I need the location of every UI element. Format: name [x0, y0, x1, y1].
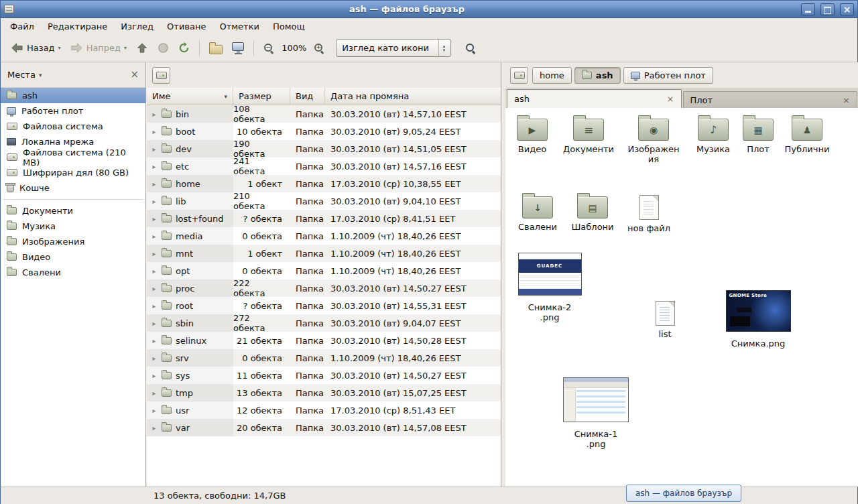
expander-icon[interactable] — [151, 111, 158, 118]
menu-item[interactable]: Помощ — [266, 20, 312, 33]
table-row[interactable]: sys 11 обекта Папка 30.03.2010 (вт) 14,5… — [147, 367, 501, 384]
zoom-out-button[interactable] — [259, 40, 279, 57]
table-row[interactable]: sbin 272 обекта Папка 30.03.2010 (вт) 9,… — [147, 314, 501, 332]
table-row[interactable]: boot 10 обекта Папка 30.03.2010 (вт) 9,0… — [147, 123, 501, 140]
reload-button[interactable] — [174, 39, 194, 57]
table-row[interactable]: var 20 обекта Папка 30.03.2010 (вт) 14,5… — [147, 419, 501, 436]
sidebar-place-item[interactable]: Файлова система (210 MB) — [1, 149, 145, 165]
file-item-snimka-2[interactable]: GUADEC Снимка-2.png — [516, 253, 583, 322]
sidebar-title[interactable]: Места — [7, 70, 36, 80]
column-header-type[interactable]: Вид — [290, 88, 325, 105]
pane-location-button[interactable] — [152, 67, 170, 84]
expander-icon[interactable] — [151, 389, 158, 397]
tab[interactable]: ash — [507, 89, 682, 108]
close-sidebar-button[interactable] — [130, 70, 139, 80]
table-row[interactable]: etc 241 обекта Папка 30.03.2010 (вт) 14,… — [147, 158, 501, 175]
close-button[interactable] — [840, 3, 854, 15]
menu-item[interactable]: Отиване — [160, 20, 212, 33]
table-row[interactable]: tmp 13 обекта Папка 30.03.2010 (вт) 15,0… — [147, 384, 501, 401]
table-row[interactable]: proc 222 обекта Папка 30.03.2010 (вт) 14… — [147, 279, 501, 297]
expander-icon[interactable] — [151, 267, 158, 275]
expander-icon[interactable] — [151, 424, 158, 432]
tab-close-icon[interactable] — [843, 95, 850, 105]
table-row[interactable]: srv 0 обекта Папка 1.10.2009 (чт) 18,40,… — [147, 349, 501, 367]
sidebar-place-item[interactable]: Работен плот — [1, 103, 145, 119]
table-row[interactable]: lib 210 обекта Папка 30.03.2010 (вт) 9,0… — [147, 192, 501, 210]
expander-icon[interactable] — [151, 180, 158, 188]
file-item-documents[interactable]: Документи — [563, 115, 614, 154]
sidebar-bookmark-item[interactable]: Документи — [1, 203, 145, 218]
maximize-button[interactable] — [820, 3, 835, 15]
table-row[interactable]: home 1 обект Папка 17.03.2010 (ср) 10,38… — [147, 175, 501, 192]
up-button[interactable] — [131, 39, 153, 57]
view-mode-select[interactable]: Изглед като икони ▴▾ — [336, 39, 451, 57]
expander-icon[interactable] — [151, 250, 158, 257]
expander-icon[interactable] — [151, 337, 158, 344]
file-item-list[interactable]: list — [644, 300, 686, 339]
tab[interactable]: Плот — [683, 91, 858, 108]
sidebar-bookmark-item[interactable]: Музика — [1, 218, 145, 234]
table-row[interactable]: selinux 21 обекта Папка 30.03.2010 (вт) … — [147, 332, 501, 349]
table-row[interactable]: mnt 1 обект Папка 1.10.2009 (чт) 18,40,2… — [147, 245, 501, 262]
minimize-button[interactable] — [801, 3, 815, 15]
table-row[interactable]: opt 0 обекта Папка 1.10.2009 (чт) 18,40,… — [147, 262, 501, 279]
taskbar-window-button[interactable]: ash — файлов браузър — [626, 485, 741, 502]
sidebar-place-item[interactable]: Шифриран дял (80 GB) — [1, 165, 145, 180]
file-item-music[interactable]: Музика — [692, 115, 735, 154]
table-row[interactable]: dev 190 обекта Папка 30.03.2010 (вт) 14,… — [147, 140, 501, 158]
expander-icon[interactable] — [151, 372, 158, 379]
home-button[interactable] — [204, 39, 227, 58]
expander-icon[interactable] — [151, 128, 158, 135]
table-row[interactable]: root ? обекта Папка 30.03.2010 (вт) 14,5… — [147, 297, 501, 314]
table-row[interactable]: usr 12 обекта Папка 17.03.2010 (ср) 8,51… — [147, 401, 501, 419]
table-row[interactable]: bin 108 обекта Папка 30.03.2010 (вт) 14,… — [147, 105, 501, 123]
file-item-video[interactable]: Видео — [511, 115, 554, 154]
tab-close-icon[interactable] — [667, 94, 674, 104]
file-item-new-file[interactable]: нов файл — [625, 194, 673, 233]
sidebar-place-item[interactable]: Кошче — [1, 180, 145, 196]
expander-icon[interactable] — [151, 145, 158, 153]
file-item-snimka[interactable]: GNOME Store Снимка.png — [721, 290, 795, 349]
sidebar-place-item[interactable]: ash — [1, 88, 145, 103]
titlebar[interactable]: ash — файлов браузър — [1, 1, 857, 18]
file-item-templates[interactable]: Шаблони — [568, 192, 617, 232]
file-item-snimka-1[interactable]: Снимка-1.png — [559, 377, 633, 449]
expander-icon[interactable] — [151, 302, 158, 310]
menu-item[interactable]: Редактиране — [41, 20, 114, 33]
expander-icon[interactable] — [151, 285, 158, 292]
menu-item[interactable]: Файл — [3, 20, 41, 33]
stop-button[interactable] — [153, 39, 174, 57]
computer-button[interactable] — [227, 39, 249, 57]
sidebar-bookmark-item[interactable]: Видео — [1, 249, 145, 265]
column-header-date[interactable]: Дата на промяна — [325, 88, 501, 105]
breadcrumb-root-button[interactable] — [510, 67, 528, 84]
table-row[interactable]: media 0 обекта Папка 1.10.2009 (чт) 18,4… — [147, 227, 501, 245]
file-item-public[interactable]: Публични — [783, 115, 831, 154]
menu-item[interactable]: Изглед — [114, 20, 160, 33]
back-button[interactable]: Назад — [6, 39, 66, 57]
file-item-images[interactable]: Изображения — [626, 115, 681, 164]
file-item-desktop[interactable]: Плот — [739, 115, 778, 154]
search-button[interactable] — [461, 40, 481, 57]
forward-button[interactable]: Напред — [66, 39, 132, 57]
sidebar-place-item[interactable]: Файлова система — [1, 119, 145, 134]
breadcrumb-button[interactable]: Работен плот — [623, 67, 713, 84]
expander-icon[interactable] — [151, 320, 158, 327]
breadcrumb-button[interactable]: ash — [574, 67, 621, 84]
expander-icon[interactable] — [151, 163, 158, 170]
column-header-name[interactable]: Име — [147, 88, 233, 105]
expander-icon[interactable] — [151, 355, 158, 362]
sidebar-bookmark-item[interactable]: Изображения — [1, 234, 145, 249]
zoom-in-button[interactable] — [309, 40, 329, 57]
column-header-size[interactable]: Размер — [233, 88, 290, 105]
table-row[interactable]: lost+found ? обекта Папка 17.03.2010 (ср… — [147, 210, 501, 227]
expander-icon[interactable] — [151, 233, 158, 240]
menu-item[interactable]: Отметки — [212, 20, 265, 33]
expander-icon[interactable] — [151, 198, 158, 205]
file-item-downloads[interactable]: Свалени — [513, 192, 562, 232]
expander-icon[interactable] — [151, 407, 158, 414]
expander-icon[interactable] — [151, 215, 158, 223]
sidebar-bookmark-item[interactable]: Свалени — [1, 265, 145, 280]
icon-view-canvas[interactable]: Видео Документи Изображения Музика Плот … — [505, 108, 858, 487]
breadcrumb-button[interactable]: home — [532, 67, 572, 84]
